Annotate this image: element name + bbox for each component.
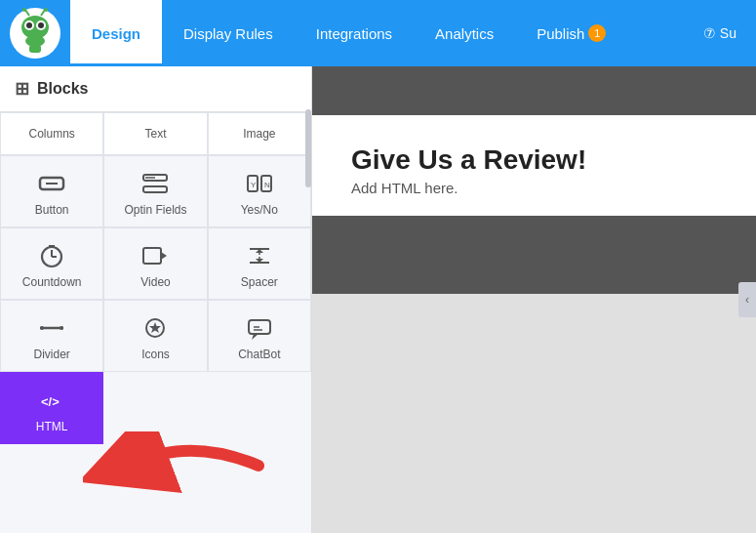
- block-item-video[interactable]: Video: [103, 227, 207, 300]
- svg-rect-15: [143, 186, 167, 192]
- canvas-content: Give Us a Review! Add HTML here.: [312, 115, 756, 216]
- svg-point-5: [38, 22, 44, 28]
- video-icon: [138, 242, 173, 269]
- icons-icon: [138, 314, 173, 342]
- block-item-spacer[interactable]: Spacer: [208, 227, 311, 300]
- block-item-text[interactable]: Text: [103, 112, 207, 155]
- countdown-icon: [34, 242, 69, 269]
- spacer-icon: [242, 242, 277, 269]
- optin-fields-icon: [138, 170, 173, 197]
- block-item-columns[interactable]: Columns: [0, 112, 103, 155]
- button-icon: [34, 170, 69, 197]
- block-item-button[interactable]: Button: [0, 155, 103, 227]
- block-grid-icons: Button Optin Fields Y N: [0, 155, 311, 444]
- tab-analytics[interactable]: Analytics: [414, 0, 515, 66]
- tab-publish[interactable]: Publish 1: [515, 0, 627, 66]
- block-item-image[interactable]: Image: [208, 112, 311, 155]
- block-item-optin-fields[interactable]: Optin Fields: [103, 155, 207, 227]
- publish-badge: 1: [588, 24, 606, 42]
- tab-display-rules[interactable]: Display Rules: [162, 0, 295, 66]
- svg-text:N: N: [264, 181, 270, 189]
- logo: [10, 8, 60, 59]
- help-button[interactable]: ⑦ Su: [694, 25, 746, 41]
- canvas: Give Us a Review! Add HTML here. ‹: [312, 66, 756, 533]
- svg-text:Y: Y: [251, 181, 257, 189]
- svg-marker-26: [161, 252, 167, 260]
- collapse-handle[interactable]: ‹: [738, 282, 756, 317]
- tab-design[interactable]: Design: [70, 0, 162, 66]
- block-item-divider[interactable]: Divider: [0, 300, 103, 372]
- svg-rect-25: [143, 248, 161, 264]
- divider-icon: [34, 314, 69, 342]
- blocks-add-icon: ⊞: [15, 78, 29, 100]
- sidebar-title: Blocks: [37, 80, 88, 98]
- sidebar: ⊞ Blocks Columns Text Image Button: [0, 66, 312, 533]
- html-icon: </>: [34, 387, 69, 414]
- yesno-icon: Y N: [242, 170, 277, 197]
- block-item-countdown[interactable]: Countdown: [0, 227, 103, 300]
- canvas-bottom-bar: [312, 216, 756, 294]
- svg-point-34: [60, 326, 63, 330]
- svg-text:</>: </>: [41, 394, 60, 409]
- tab-integrations[interactable]: Integrations: [295, 0, 414, 66]
- block-item-chatbot[interactable]: ChatBot: [208, 300, 311, 372]
- canvas-title: Give Us a Review!: [351, 144, 717, 176]
- svg-point-9: [22, 8, 26, 12]
- chatbot-icon: [242, 314, 277, 342]
- svg-rect-7: [29, 45, 41, 53]
- block-grid-flat: Columns Text Image: [0, 112, 311, 155]
- block-item-yes-no[interactable]: Y N Yes/No: [208, 155, 311, 227]
- scrollbar-handle[interactable]: [305, 109, 311, 187]
- block-item-html[interactable]: </> HTML: [0, 372, 103, 444]
- canvas-top-bar: [312, 66, 756, 115]
- sidebar-header: ⊞ Blocks: [0, 66, 311, 112]
- nav-tabs: Design Display Rules Integrations Analyt…: [70, 0, 694, 66]
- svg-point-11: [44, 8, 48, 12]
- main-layout: ⊞ Blocks Columns Text Image Button: [0, 66, 756, 533]
- svg-point-4: [26, 22, 32, 28]
- canvas-subtitle: Add HTML here.: [351, 180, 717, 196]
- top-nav: Design Display Rules Integrations Analyt…: [0, 0, 756, 66]
- block-item-icons[interactable]: Icons: [103, 300, 207, 372]
- svg-point-33: [40, 326, 44, 330]
